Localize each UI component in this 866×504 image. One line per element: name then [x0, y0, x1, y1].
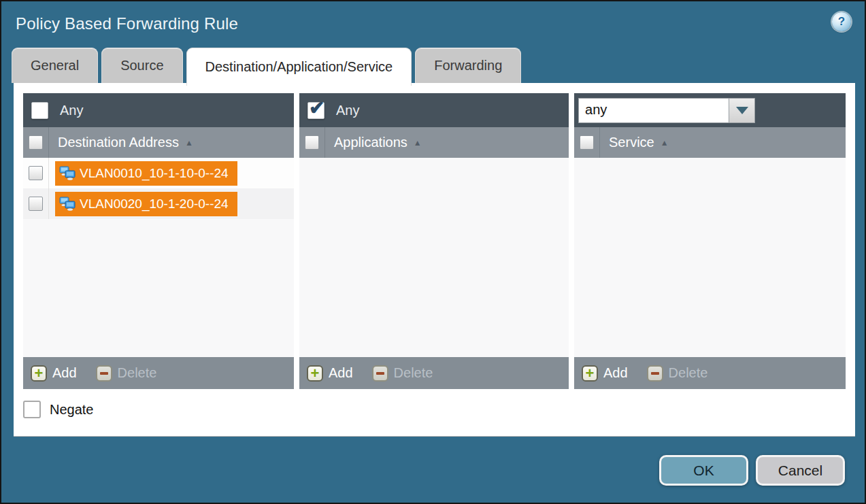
table-row[interactable]: VLAN0020_10-1-20-0--24	[23, 188, 294, 219]
plus-icon: +	[582, 365, 598, 382]
sort-ascending-icon[interactable]: ▲	[185, 138, 193, 148]
tab-content-panel: Any Destination Address ▲	[14, 83, 855, 437]
address-object-chip[interactable]: VLAN0010_10-1-10-0--24	[55, 161, 237, 186]
applications-header-row: Applications ▲	[299, 127, 569, 158]
service-column: any Service ▲ + Add	[574, 93, 846, 389]
service-dropdown-bar: any	[574, 93, 846, 127]
chevron-down-icon	[736, 107, 748, 114]
cancel-button[interactable]: Cancel	[756, 455, 845, 486]
help-icon[interactable]: ?	[832, 12, 851, 31]
address-group-icon	[59, 197, 76, 211]
destination-any-label: Any	[60, 103, 83, 118]
minus-icon	[647, 365, 663, 382]
delete-button[interactable]: Delete	[372, 365, 433, 382]
tab-destination-application-service[interactable]: Destination/Application/Service	[186, 48, 412, 86]
service-dropdown[interactable]: any	[578, 98, 755, 123]
applications-select-all-checkbox[interactable]	[305, 135, 319, 150]
table-row[interactable]: VLAN0010_10-1-10-0--24	[23, 158, 294, 188]
sort-ascending-icon[interactable]: ▲	[661, 138, 669, 148]
plus-icon: +	[31, 365, 47, 382]
dialog-title: Policy Based Forwarding Rule	[16, 14, 238, 33]
add-button[interactable]: + Add	[307, 365, 353, 382]
tab-source[interactable]: Source	[101, 48, 182, 83]
tab-strip: General Source Destination/Application/S…	[12, 48, 524, 86]
dropdown-button[interactable]	[729, 98, 755, 123]
destination-column-header[interactable]: Destination Address	[58, 135, 179, 150]
applications-any-checkbox[interactable]	[307, 102, 324, 119]
row-checkbox[interactable]	[29, 197, 43, 211]
add-button[interactable]: + Add	[31, 365, 77, 382]
plus-icon: +	[307, 365, 323, 382]
service-list	[574, 158, 846, 357]
ok-button[interactable]: OK	[659, 455, 748, 486]
address-object-chip[interactable]: VLAN0020_10-1-20-0--24	[55, 192, 237, 216]
tab-forwarding[interactable]: Forwarding	[415, 48, 521, 83]
delete-button[interactable]: Delete	[96, 365, 157, 382]
destination-select-all-checkbox[interactable]	[29, 135, 43, 150]
delete-button[interactable]: Delete	[647, 365, 708, 382]
sort-ascending-icon[interactable]: ▲	[414, 138, 422, 148]
tab-general[interactable]: General	[12, 48, 98, 83]
applications-any-label: Any	[336, 103, 359, 118]
applications-toolbar: + Add Delete	[299, 357, 569, 389]
applications-column-header[interactable]: Applications	[334, 135, 407, 150]
destination-list: VLAN0010_10-1-10-0--24	[23, 158, 294, 357]
destination-address-column: Any Destination Address ▲	[23, 93, 294, 389]
destination-toolbar: + Add Delete	[23, 357, 294, 389]
negate-checkbox[interactable]	[23, 401, 41, 418]
row-checkbox[interactable]	[29, 166, 43, 180]
address-group-icon	[59, 166, 76, 180]
add-button[interactable]: + Add	[582, 365, 628, 382]
service-header-row: Service ▲	[574, 127, 846, 158]
address-object-label: VLAN0020_10-1-20-0--24	[80, 197, 229, 212]
minus-icon	[372, 365, 388, 382]
applications-list	[299, 158, 569, 357]
negate-label: Negate	[50, 402, 94, 418]
applications-column: Any Applications ▲ + Add Delete	[299, 93, 569, 389]
applications-any-bar: Any	[299, 93, 569, 127]
service-select-all-checkbox[interactable]	[580, 135, 594, 150]
service-toolbar: + Add Delete	[574, 357, 846, 389]
address-object-label: VLAN0010_10-1-10-0--24	[80, 166, 229, 181]
minus-icon	[96, 365, 112, 382]
destination-any-bar: Any	[23, 93, 294, 127]
destination-any-checkbox[interactable]	[31, 102, 48, 119]
destination-header-row: Destination Address ▲	[23, 127, 294, 158]
service-column-header[interactable]: Service	[609, 135, 654, 150]
negate-row: Negate	[23, 401, 846, 418]
policy-based-forwarding-dialog: Policy Based Forwarding Rule ? General S…	[0, 0, 866, 504]
service-dropdown-value[interactable]: any	[578, 98, 729, 123]
